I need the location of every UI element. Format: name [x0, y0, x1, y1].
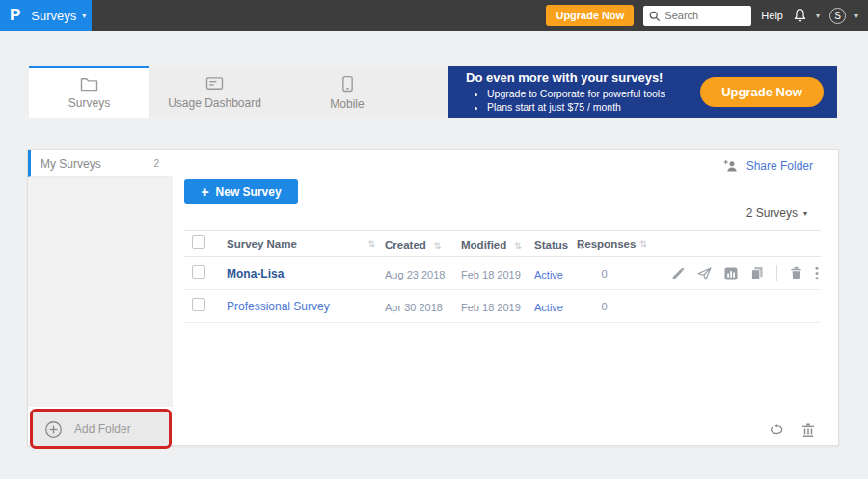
created-date: Aug 23 2018: [385, 269, 445, 280]
chevron-down-icon: ▾: [82, 12, 86, 20]
reports-chart-icon[interactable]: [724, 267, 738, 280]
responses-count: 0: [577, 301, 649, 312]
survey-name-link[interactable]: Professional Survey: [227, 300, 330, 313]
send-plane-icon[interactable]: [697, 267, 712, 280]
folder-list-panel: [28, 177, 173, 407]
header-created[interactable]: Created⇅: [385, 235, 461, 253]
sort-icon[interactable]: ⇅: [639, 239, 647, 249]
new-survey-label: New Survey: [216, 185, 282, 199]
tab-strip-filler: [415, 66, 448, 118]
header-survey-name[interactable]: Survey Name ⇅: [227, 238, 385, 250]
sidebar-item-my-surveys[interactable]: My Surveys 2: [28, 150, 173, 177]
tab-usage-dashboard[interactable]: Usage Dashboard: [149, 66, 280, 118]
mobile-icon: [341, 75, 354, 93]
created-date: Apr 30 2018: [385, 302, 443, 313]
actions-divider: [776, 265, 777, 281]
surveys-card: My Surveys 2 Add Folder + New Survey Sha…: [27, 149, 839, 446]
bell-icon: [793, 8, 807, 23]
share-folder-link[interactable]: Share Folder: [723, 159, 813, 173]
delete-trash-icon[interactable]: [790, 266, 802, 280]
plus-icon: +: [201, 184, 208, 200]
edit-pencil-icon[interactable]: [671, 267, 685, 280]
page: P Surveys ▾ Upgrade Now Help ▾ S ▾ Surve: [0, 0, 868, 479]
tab-mobile[interactable]: Mobile: [280, 66, 415, 118]
row-checkbox[interactable]: [192, 298, 205, 311]
topbar-right: Upgrade Now Help ▾ S ▾: [546, 0, 858, 31]
new-survey-button[interactable]: + New Survey: [184, 179, 298, 204]
table-row: Mona-Lisa Aug 23 2018 Feb 18 2019 Active…: [184, 257, 821, 290]
row-checkbox[interactable]: [192, 265, 205, 279]
column-label: Status: [534, 239, 568, 251]
table-row: Professional Survey Apr 30 2018 Feb 18 2…: [184, 290, 821, 323]
header-checkbox-cell: [184, 235, 227, 253]
notifications[interactable]: ▾: [793, 8, 820, 23]
tab-label: Usage Dashboard: [168, 96, 261, 110]
chevron-down-icon: ▾: [854, 12, 858, 20]
sort-icon[interactable]: ⇅: [434, 241, 442, 251]
sort-icon[interactable]: ⇅: [514, 241, 522, 251]
survey-name-link[interactable]: Mona-Lisa: [227, 267, 284, 280]
promo-bullet: Upgrade to Corporate for powerful tools: [487, 87, 665, 100]
search-box: [643, 6, 751, 26]
promo-bullets: Upgrade to Corporate for powerful tools …: [466, 87, 665, 114]
tab-surveys[interactable]: Surveys: [29, 66, 149, 118]
column-label: Responses: [577, 238, 636, 250]
header-responses[interactable]: Responses⇅: [577, 238, 649, 250]
table-header-row: Survey Name ⇅ Created⇅ Modified⇅ Status⇅…: [184, 230, 821, 257]
restore-loop-icon[interactable]: [769, 424, 784, 437]
proprofs-logo-icon: P: [10, 6, 20, 25]
promo-bullet: Plans start at just $75 / month: [487, 100, 665, 114]
folder-count-badge: 2: [153, 158, 159, 169]
product-switcher[interactable]: Surveys: [31, 9, 76, 23]
promo-text: Do even more with your surveys! Upgrade …: [466, 70, 665, 114]
upgrade-now-pill-button[interactable]: Upgrade Now: [700, 77, 824, 107]
plus-circle-icon: [44, 420, 63, 439]
status-link[interactable]: Active: [534, 302, 563, 313]
column-label: Modified: [461, 239, 506, 251]
chevron-down-icon: ▾: [816, 12, 820, 20]
modified-date: Feb 18 2019: [461, 302, 521, 313]
modified-date: Feb 18 2019: [461, 269, 521, 280]
avatar: S: [829, 8, 846, 24]
header-status[interactable]: Status⇅: [534, 235, 577, 253]
sort-icon[interactable]: ⇅: [367, 239, 375, 249]
tab-label: Mobile: [330, 97, 364, 111]
responses-count: 0: [577, 268, 649, 279]
brand-block[interactable]: P Surveys ▾: [0, 0, 92, 31]
surveys-table: Survey Name ⇅ Created⇅ Modified⇅ Status⇅…: [184, 230, 821, 323]
upgrade-now-button[interactable]: Upgrade Now: [546, 5, 634, 26]
more-options-icon[interactable]: [815, 266, 819, 280]
promo-banner: Do even more with your surveys! Upgrade …: [448, 66, 837, 118]
trash-bin-icon[interactable]: [801, 423, 815, 438]
search-icon: [649, 11, 661, 22]
tab-label: Surveys: [68, 96, 110, 110]
share-person-icon: [723, 159, 740, 173]
dashboard-icon: [205, 76, 224, 92]
status-link[interactable]: Active: [534, 269, 563, 280]
share-folder-label: Share Folder: [746, 159, 813, 173]
header-modified[interactable]: Modified⇅: [461, 235, 534, 253]
survey-count-dropdown[interactable]: 2 Surveys ▾: [746, 206, 807, 220]
column-label: Survey Name: [227, 238, 297, 250]
promo-title: Do even more with your surveys!: [466, 70, 665, 85]
folder-label: My Surveys: [41, 157, 101, 171]
select-all-checkbox[interactable]: [192, 235, 205, 249]
add-folder-label: Add Folder: [74, 422, 131, 436]
folder-icon: [80, 76, 98, 92]
help-link[interactable]: Help: [761, 10, 783, 21]
row-actions: [649, 265, 821, 281]
add-folder-button[interactable]: Add Folder: [30, 409, 172, 449]
survey-count-label: 2 Surveys: [746, 206, 798, 220]
tab-strip: Surveys Usage Dashboard Mobile: [29, 66, 448, 118]
chevron-down-icon: ▾: [803, 209, 807, 218]
account-menu[interactable]: S ▾: [829, 8, 858, 24]
top-bar: P Surveys ▾ Upgrade Now Help ▾ S ▾: [0, 0, 868, 31]
duplicate-copy-icon[interactable]: [750, 266, 764, 280]
card-footer-icons: [769, 423, 815, 438]
column-label: Created: [385, 239, 426, 251]
